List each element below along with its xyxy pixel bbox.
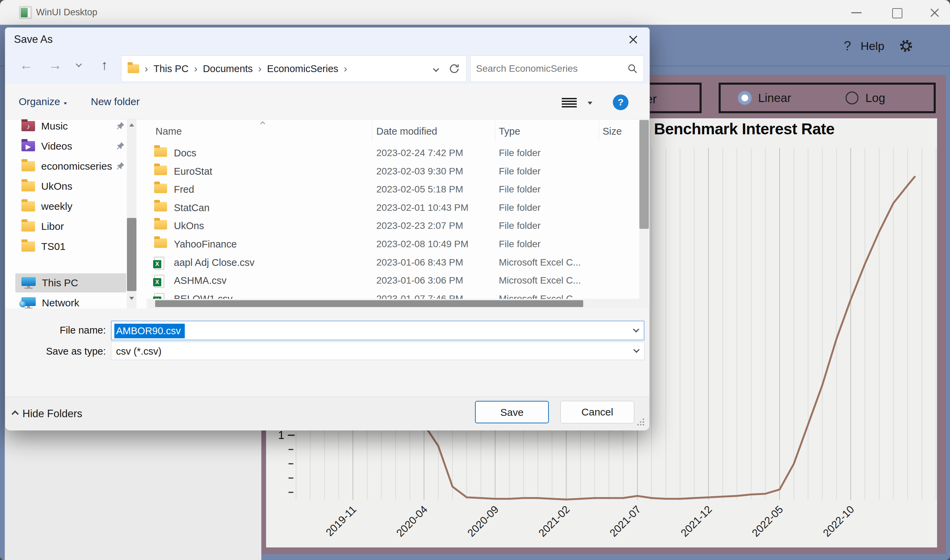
table-row[interactable]: aapl Adj Close.csv2023-01-06 8:43 PMMicr… bbox=[147, 253, 639, 272]
file-type: File folder bbox=[499, 198, 541, 217]
folder-icon bbox=[154, 220, 167, 229]
sidebar-item-label: economicseries bbox=[41, 160, 112, 172]
refresh-icon[interactable] bbox=[449, 63, 460, 74]
radio-dot-icon bbox=[738, 91, 751, 105]
cancel-button[interactable]: Cancel bbox=[560, 401, 634, 423]
recent-locations-chevron-icon[interactable] bbox=[77, 62, 81, 68]
dialog-close-icon[interactable] bbox=[626, 33, 640, 46]
minimize-icon[interactable] bbox=[851, 7, 862, 18]
folder-icon bbox=[154, 147, 167, 157]
list-scrollbar[interactable] bbox=[639, 119, 649, 308]
view-list-icon[interactable] bbox=[562, 98, 577, 108]
list-scroll-thumb[interactable] bbox=[639, 120, 649, 229]
scrollbar-down-icon[interactable] bbox=[129, 297, 134, 300]
file-name-value: AMBOR90.csv bbox=[114, 324, 185, 338]
organize-button[interactable]: Organize bbox=[19, 84, 68, 119]
maximize-icon[interactable] bbox=[891, 7, 902, 18]
file-name: aapl Adj Close.csv bbox=[174, 253, 254, 272]
sidebar-item-label: TS01 bbox=[41, 241, 66, 252]
file-type: File folder bbox=[499, 180, 541, 198]
table-row[interactable]: StatCan2023-02-01 10:43 PMFile folder bbox=[147, 198, 639, 217]
app-window: WinUI Desktop ? Help er LinearLog Benchm… bbox=[0, 0, 950, 560]
folder-icon bbox=[154, 166, 167, 175]
close-icon[interactable] bbox=[929, 7, 941, 18]
window-title: WinUI Desktop bbox=[36, 0, 97, 25]
breadcrumb-item[interactable]: EconomicSeries bbox=[267, 63, 339, 74]
combo-chevron-icon[interactable] bbox=[633, 346, 639, 352]
help-circle-icon[interactable]: ? bbox=[613, 94, 628, 110]
breadcrumb-item[interactable]: This PC bbox=[153, 63, 188, 74]
hide-folders-button[interactable]: Hide Folders bbox=[12, 397, 82, 431]
sidebar-scroll-thumb[interactable] bbox=[127, 218, 136, 291]
file-name: YahooFinance bbox=[174, 235, 237, 253]
folder-icon bbox=[154, 238, 167, 248]
sidebar-item-economicseries[interactable]: economicseries bbox=[15, 157, 126, 176]
column-date-modified[interactable]: Date modified bbox=[376, 119, 437, 143]
table-row[interactable]: YahooFinance2023-02-08 10:49 PMFile fold… bbox=[147, 235, 639, 253]
table-row[interactable]: EuroStat2023-02-03 9:30 PMFile folder bbox=[147, 162, 639, 180]
sidebar-item-music[interactable]: ♪Music bbox=[15, 119, 126, 136]
address-dropdown-chevron-icon[interactable] bbox=[433, 66, 439, 72]
up-arrow-icon[interactable]: ↑ bbox=[101, 57, 108, 73]
videos-folder-icon: ▶ bbox=[22, 141, 35, 151]
new-folder-button[interactable]: New folder bbox=[91, 84, 139, 119]
sidebar-item-weekly[interactable]: weekly bbox=[15, 197, 126, 216]
save-as-type-select[interactable]: csv (*.csv) bbox=[111, 342, 645, 360]
file-name: Docs bbox=[174, 144, 196, 162]
question-icon[interactable]: ? bbox=[844, 39, 851, 53]
save-as-dialog: Save As ← → ↑ ›This PC›Documents›Economi… bbox=[5, 27, 650, 430]
table-row[interactable]: UkOns2023-02-23 2:07 PMFile folder bbox=[147, 217, 639, 235]
file-name: Fred bbox=[174, 180, 194, 198]
file-name-label: File name: bbox=[46, 325, 106, 336]
search-input[interactable] bbox=[476, 63, 627, 74]
filename-section: File name: AMBOR90.csv Save as type: csv… bbox=[5, 308, 649, 397]
music-folder-icon: ♪ bbox=[22, 121, 35, 131]
search-icon[interactable] bbox=[627, 63, 638, 74]
help-button[interactable]: Help bbox=[861, 40, 884, 53]
sidebar-item-libor[interactable]: Libor bbox=[15, 217, 126, 236]
sidebar-item-ts01[interactable]: TS01 bbox=[15, 237, 126, 256]
table-row[interactable]: ASHMA.csv2023-01-06 3:06 PMMicrosoft Exc… bbox=[147, 271, 639, 290]
back-arrow-icon[interactable]: ← bbox=[19, 57, 33, 73]
horizontal-scroll-thumb[interactable] bbox=[155, 300, 583, 307]
address-bar[interactable]: ›This PC›Documents›EconomicSeries› bbox=[121, 55, 466, 82]
this-pc-icon bbox=[22, 277, 36, 289]
sidebar-scrollbar[interactable] bbox=[127, 119, 136, 308]
column-type[interactable]: Type bbox=[499, 119, 520, 143]
pin-icon bbox=[115, 122, 125, 131]
sidebar-item-this-pc[interactable]: This PC bbox=[15, 273, 126, 292]
file-date: 2023-01-06 8:43 PM bbox=[376, 253, 463, 272]
sidebar-item-label: weekly bbox=[41, 201, 72, 212]
table-row[interactable]: Docs2023-02-24 7:42 PMFile folder bbox=[147, 144, 639, 162]
sidebar-item-videos[interactable]: ▶Videos bbox=[15, 137, 126, 156]
combo-chevron-icon[interactable] bbox=[633, 326, 639, 332]
save-as-type-label: Save as type: bbox=[37, 346, 106, 357]
sidebar-item-label: Videos bbox=[41, 140, 72, 152]
resize-grip-icon[interactable] bbox=[637, 424, 638, 425]
gear-icon[interactable] bbox=[899, 38, 914, 53]
save-as-type-value: csv (*.csv) bbox=[116, 342, 162, 360]
breadcrumb-chevron-icon: › bbox=[194, 63, 197, 74]
forward-arrow-icon[interactable]: → bbox=[48, 57, 62, 73]
breadcrumb-item[interactable]: Documents bbox=[203, 63, 253, 74]
file-name: UkOns bbox=[174, 217, 204, 235]
view-caret-icon[interactable] bbox=[588, 102, 592, 105]
sidebar-item-ukons[interactable]: UkOns bbox=[15, 177, 126, 196]
organize-caret-icon bbox=[64, 102, 67, 105]
sidebar-item-network[interactable]: Network bbox=[15, 294, 126, 308]
table-row[interactable]: Fred2023-02-05 5:18 PMFile folder bbox=[147, 180, 639, 198]
sidebar-item-label: Libor bbox=[41, 221, 64, 232]
file-name-input[interactable]: AMBOR90.csv bbox=[111, 321, 645, 340]
file-date: 2023-02-01 10:43 PM bbox=[376, 198, 469, 217]
column-name[interactable]: Name bbox=[156, 119, 182, 143]
file-type: Microsoft Excel C... bbox=[499, 253, 581, 272]
file-type: File folder bbox=[499, 235, 541, 253]
column-size[interactable]: Size bbox=[603, 119, 622, 143]
scrollbar-up-icon[interactable] bbox=[129, 123, 134, 126]
folder-icon bbox=[22, 161, 35, 171]
breadcrumb-chevron-icon: › bbox=[145, 63, 148, 74]
radio-linear[interactable]: Linear bbox=[738, 91, 791, 105]
horizontal-scrollbar[interactable] bbox=[147, 299, 639, 308]
radio-log[interactable]: Log bbox=[845, 91, 885, 105]
save-button[interactable]: Save bbox=[475, 401, 549, 423]
